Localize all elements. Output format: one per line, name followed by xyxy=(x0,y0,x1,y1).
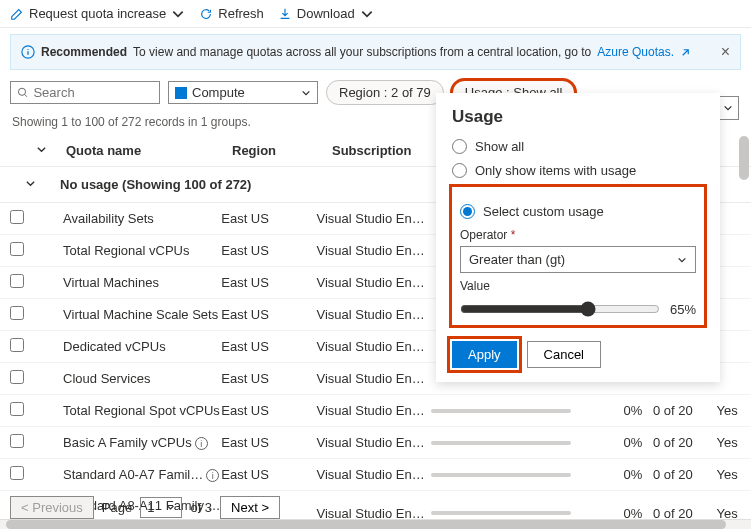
row-pct: 0% xyxy=(602,403,642,418)
vertical-scrollbar[interactable] xyxy=(739,136,749,180)
radio-show-all[interactable]: Show all xyxy=(452,139,704,154)
value-slider-wrap: 65% xyxy=(460,301,696,317)
table-row[interactable]: Total Regional Spot vCPUs East US Visual… xyxy=(0,395,751,427)
row-name: Cloud Services xyxy=(59,371,221,386)
chevron-down-icon xyxy=(166,503,175,512)
external-link-icon xyxy=(680,47,691,58)
chevron-down-icon xyxy=(723,103,733,113)
custom-usage-section: Select custom usage Operator * Greater t… xyxy=(452,187,704,325)
refresh-button[interactable]: Refresh xyxy=(199,6,264,21)
search-input-wrapper[interactable] xyxy=(10,81,160,104)
radio-custom-usage[interactable]: Select custom usage xyxy=(460,204,696,219)
table-row[interactable]: Standard A0-A7 Famil…i East US Visual St… xyxy=(0,459,751,491)
page-input[interactable]: 1 xyxy=(140,497,182,518)
row-checkbox[interactable] xyxy=(10,434,24,448)
usage-bar xyxy=(431,409,571,413)
row-subscription: Visual Studio En… xyxy=(317,371,431,386)
svg-point-1 xyxy=(18,88,25,95)
download-button[interactable]: Download xyxy=(278,6,374,21)
row-name: Total Regional Spot vCPUs xyxy=(59,403,221,418)
radio-only-usage[interactable]: Only show items with usage xyxy=(452,163,704,178)
row-quota: 0 of 20 xyxy=(642,467,703,482)
table-row[interactable]: Basic A Family vCPUsi East US Visual Stu… xyxy=(0,427,751,459)
next-button[interactable]: Next > xyxy=(220,496,280,519)
page-total: of 3 xyxy=(190,500,212,515)
row-checkbox[interactable] xyxy=(10,338,24,352)
operator-select[interactable]: Greater than (gt) xyxy=(460,246,696,273)
row-checkbox[interactable] xyxy=(10,274,24,288)
row-adjustable: Yes xyxy=(703,403,751,418)
horizontal-scrollbar[interactable] xyxy=(0,519,751,529)
row-pct: 0% xyxy=(602,435,642,450)
refresh-label: Refresh xyxy=(218,6,264,21)
row-checkbox[interactable] xyxy=(10,466,24,480)
flyout-title: Usage xyxy=(452,107,704,127)
chevron-down-icon xyxy=(677,255,687,265)
row-pct: 0% xyxy=(602,467,642,482)
row-name: Virtual Machines xyxy=(59,275,221,290)
info-icon[interactable]: i xyxy=(206,469,219,482)
quota-increase-button[interactable]: Request quota increase xyxy=(10,6,185,21)
row-checkbox[interactable] xyxy=(10,210,24,224)
row-quota: 0 of 20 xyxy=(642,435,703,450)
row-name: Dedicated vCPUs xyxy=(59,339,221,354)
header-quota[interactable]: Quota name xyxy=(62,143,232,158)
quota-increase-label: Request quota increase xyxy=(29,6,166,21)
provider-label: Compute xyxy=(192,85,245,100)
row-subscription: Visual Studio En… xyxy=(317,435,431,450)
chevron-down-icon xyxy=(360,7,374,21)
search-icon xyxy=(17,86,28,99)
row-name: Standard A0-A7 Famil…i xyxy=(59,467,221,483)
row-region: East US xyxy=(221,211,316,226)
recommended-banner: Recommended To view and manage quotas ac… xyxy=(10,34,741,70)
header-subscription[interactable]: Subscription xyxy=(332,143,452,158)
chevron-down-icon xyxy=(171,7,185,21)
group-label: No usage (Showing 100 of 272) xyxy=(60,177,251,192)
azure-quotas-link[interactable]: Azure Quotas. xyxy=(597,45,674,59)
region-filter-label: Region : xyxy=(339,85,387,100)
row-region: East US xyxy=(221,275,316,290)
row-subscription: Visual Studio En… xyxy=(317,339,431,354)
page-label: Page xyxy=(102,500,132,515)
row-region: East US xyxy=(221,403,316,418)
value-pct: 65% xyxy=(670,302,696,317)
chevron-down-icon xyxy=(25,178,36,189)
operator-value: Greater than (gt) xyxy=(469,252,565,267)
search-input[interactable] xyxy=(33,85,153,100)
row-checkbox[interactable] xyxy=(10,242,24,256)
prev-button[interactable]: < Previous xyxy=(10,496,94,519)
row-name: Total Regional vCPUs xyxy=(59,243,221,258)
row-subscription: Visual Studio En… xyxy=(317,403,431,418)
usage-flyout: Usage Show all Only show items with usag… xyxy=(436,93,720,382)
flyout-actions: Apply Cancel xyxy=(452,341,704,368)
row-checkbox[interactable] xyxy=(10,370,24,384)
chevron-down-icon[interactable] xyxy=(36,144,47,155)
row-region: East US xyxy=(221,435,316,450)
close-icon[interactable]: × xyxy=(721,43,730,61)
info-icon[interactable]: i xyxy=(195,437,208,450)
row-adjustable: Yes xyxy=(703,435,751,450)
cancel-button[interactable]: Cancel xyxy=(527,341,601,368)
row-region: East US xyxy=(221,467,316,482)
value-slider[interactable] xyxy=(460,301,660,317)
usage-bar xyxy=(431,473,571,477)
row-quota: 0 of 20 xyxy=(642,403,703,418)
provider-dropdown[interactable]: Compute xyxy=(168,81,318,104)
region-filter-value: 2 of 79 xyxy=(391,85,431,100)
download-label: Download xyxy=(297,6,355,21)
apply-button[interactable]: Apply xyxy=(452,341,517,368)
row-subscription: Visual Studio En… xyxy=(317,275,431,290)
pencil-icon xyxy=(10,7,24,21)
refresh-icon xyxy=(199,7,213,21)
row-name: Basic A Family vCPUsi xyxy=(59,435,221,451)
row-subscription: Visual Studio En… xyxy=(317,307,431,322)
row-region: East US xyxy=(221,243,316,258)
row-subscription: Visual Studio En… xyxy=(317,211,431,226)
row-adjustable: Yes xyxy=(703,467,751,482)
row-checkbox[interactable] xyxy=(10,306,24,320)
row-checkbox[interactable] xyxy=(10,402,24,416)
row-name: Availability Sets xyxy=(59,211,221,226)
header-region[interactable]: Region xyxy=(232,143,332,158)
row-region: East US xyxy=(221,307,316,322)
region-filter[interactable]: Region : 2 of 79 xyxy=(326,80,444,105)
